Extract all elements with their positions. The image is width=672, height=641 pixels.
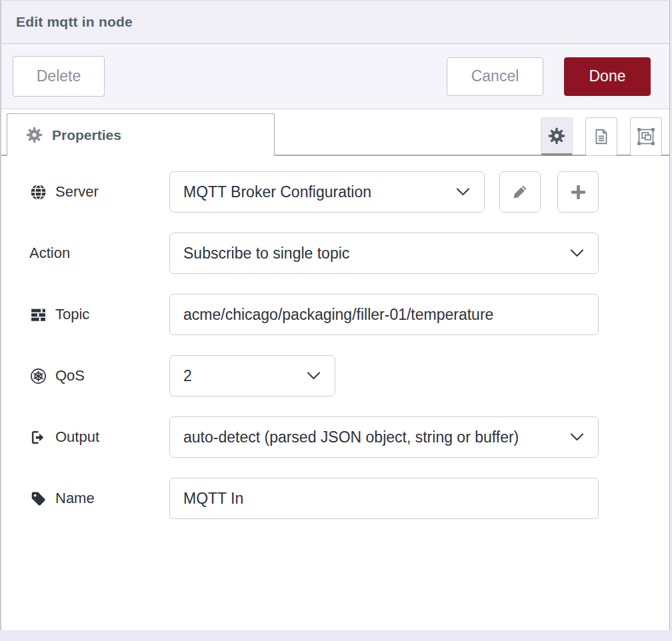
qos-row: QoS 2 <box>29 355 669 396</box>
group-icon <box>637 127 655 146</box>
qos-label-text: QoS <box>55 367 85 384</box>
topic-label-text: Topic <box>55 306 89 323</box>
server-label-text: Server <box>55 183 99 201</box>
tab-actions <box>541 109 662 156</box>
name-row: Name <box>29 478 669 519</box>
gear-icon <box>548 127 565 145</box>
qos-select[interactable]: 2 <box>169 355 335 396</box>
output-select[interactable]: auto-detect (parsed JSON object, string … <box>169 416 599 458</box>
appearance-tab-button[interactable] <box>630 117 662 156</box>
done-button[interactable]: Done <box>564 57 651 96</box>
pencil-icon <box>511 183 529 201</box>
dialog-header: Edit mqtt in node <box>1 1 669 44</box>
document-icon <box>593 127 610 146</box>
plus-icon <box>570 184 587 201</box>
action-row: Action Subscribe to single topic <box>29 233 669 274</box>
action-label-text: Action <box>29 245 70 262</box>
tab-properties[interactable]: Properties <box>7 113 275 156</box>
add-server-button[interactable] <box>557 171 599 213</box>
name-label-text: Name <box>55 490 95 507</box>
tag-icon <box>29 490 47 507</box>
description-tab-button[interactable] <box>585 117 617 156</box>
action-select[interactable]: Subscribe to single topic <box>169 233 599 274</box>
dialog-title: Edit mqtt in node <box>16 14 133 30</box>
chevron-down-icon <box>456 188 470 197</box>
edit-server-button[interactable] <box>499 171 541 213</box>
output-label-text: Output <box>55 428 99 446</box>
name-label: Name <box>29 490 169 507</box>
output-row: Output auto-detect (parsed JSON object, … <box>29 416 669 458</box>
action-select-value: Subscribe to single topic <box>183 245 349 263</box>
topic-row: Topic <box>29 294 669 335</box>
edit-mqtt-in-node-dialog: Edit mqtt in node Delete Cancel Done Pro… <box>0 0 670 630</box>
properties-tab-button[interactable] <box>541 117 573 156</box>
tab-properties-label: Properties <box>52 127 121 143</box>
globe-icon <box>29 183 47 201</box>
name-input[interactable] <box>169 478 599 519</box>
chevron-down-icon <box>307 372 321 380</box>
topic-label: Topic <box>29 306 169 323</box>
server-select-value: MQTT Broker Configuration <box>183 183 371 201</box>
form-content: Server MQTT Broker Configuration <box>1 156 669 630</box>
topic-input[interactable] <box>169 294 599 335</box>
server-row: Server MQTT Broker Configuration <box>29 171 669 213</box>
server-label: Server <box>29 183 169 201</box>
qos-select-value: 2 <box>183 367 192 385</box>
cancel-button[interactable]: Cancel <box>447 57 543 96</box>
chevron-down-icon <box>570 249 584 258</box>
action-label: Action <box>29 245 169 262</box>
tasks-icon <box>29 306 47 323</box>
chevron-down-icon <box>570 433 584 442</box>
delete-button[interactable]: Delete <box>13 56 105 97</box>
empire-icon <box>29 367 47 384</box>
server-select[interactable]: MQTT Broker Configuration <box>169 171 485 213</box>
gear-icon <box>26 127 43 143</box>
dialog-toolbar: Delete Cancel Done <box>1 44 669 109</box>
output-label: Output <box>29 428 169 446</box>
tab-bar: Properties <box>1 109 669 156</box>
sign-out-icon <box>29 428 47 446</box>
qos-label: QoS <box>29 367 169 384</box>
output-select-value: auto-detect (parsed JSON object, string … <box>183 428 519 446</box>
